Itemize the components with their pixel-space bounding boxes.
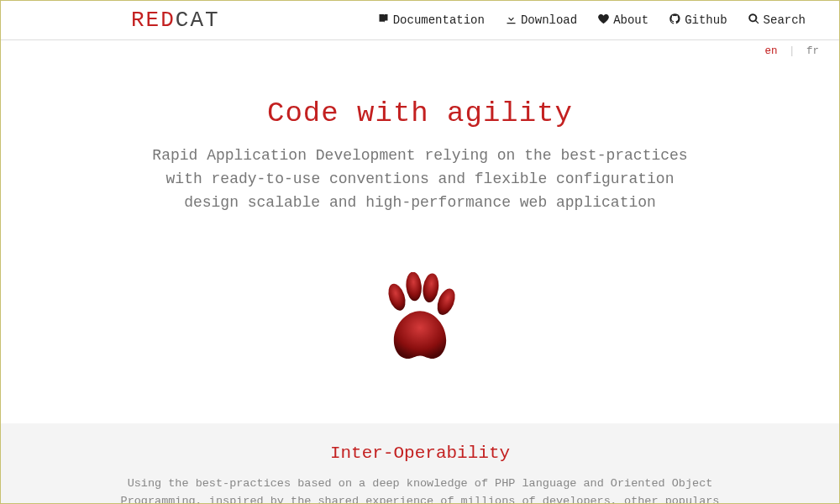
heart-icon xyxy=(597,13,610,29)
nav-label: About xyxy=(613,13,648,27)
nav-about[interactable]: About xyxy=(597,13,648,29)
lang-separator: | xyxy=(789,45,795,57)
search-icon xyxy=(748,13,760,29)
hero: Code with agility Rapid Application Deve… xyxy=(1,57,839,232)
svg-point-1 xyxy=(405,272,423,302)
book-icon xyxy=(377,13,390,29)
nav-label: Documentation xyxy=(393,13,485,27)
hero-subtitle: Rapid Application Development relying on… xyxy=(51,144,789,215)
svg-point-2 xyxy=(421,272,440,303)
nav: Documentation Download About Github Sear… xyxy=(377,13,822,29)
logo-red: RED xyxy=(131,8,176,33)
nav-label: Search xyxy=(764,13,806,27)
lang-fr[interactable]: fr xyxy=(806,45,819,57)
hero-sub-line: Rapid Application Development relying on… xyxy=(51,144,789,168)
hero-sub-line: design scalable and high-performance web… xyxy=(51,192,789,215)
download-icon xyxy=(505,13,517,29)
nav-documentation[interactable]: Documentation xyxy=(377,13,485,29)
hero-sub-line: with ready-to-use conventions and flexib… xyxy=(51,168,789,192)
logo[interactable]: REDCAT xyxy=(131,8,220,33)
language-switcher: en | fr xyxy=(1,40,839,57)
paw-icon xyxy=(374,272,466,373)
nav-search[interactable]: Search xyxy=(748,13,806,29)
lang-en[interactable]: en xyxy=(764,45,777,57)
section-title: Inter-Operability xyxy=(102,444,738,463)
header: REDCAT Documentation Download About Gith… xyxy=(1,1,839,40)
section-body: Using the best-practices based on a deep… xyxy=(102,475,738,504)
hero-title: Code with agility xyxy=(51,97,789,129)
nav-label: Github xyxy=(685,13,727,27)
paw-logo xyxy=(1,272,839,373)
svg-point-0 xyxy=(386,281,409,312)
github-icon xyxy=(669,13,681,29)
nav-download[interactable]: Download xyxy=(505,13,577,29)
logo-cat: CAT xyxy=(176,8,220,33)
nav-github[interactable]: Github xyxy=(669,13,727,29)
interop-section: Inter-Operability Using the best-practic… xyxy=(1,423,839,504)
nav-label: Download xyxy=(521,13,577,27)
